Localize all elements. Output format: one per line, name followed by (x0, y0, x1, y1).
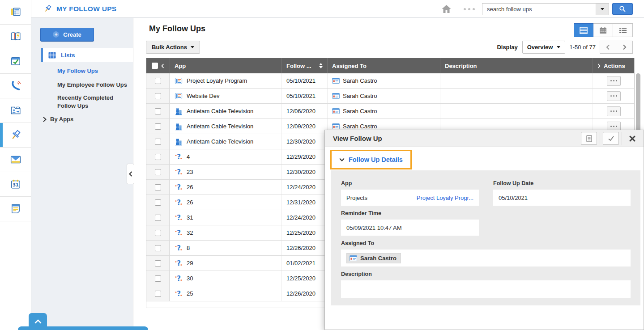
svg-text:?: ? (177, 199, 181, 207)
home-icon[interactable] (441, 4, 452, 14)
rail-item-call-logs[interactable] (0, 74, 31, 98)
previous-page-button[interactable] (600, 41, 616, 54)
display-mode-dropdown[interactable]: Overview (522, 41, 566, 54)
follow-up-date-value: 05/10/2021 (499, 195, 528, 201)
sidebar-item-my-follow-ups[interactable]: My Follow Ups (57, 67, 98, 75)
follow-up-details-toggle[interactable]: Follow Up Details (330, 150, 412, 169)
panel-notes-button[interactable] (581, 132, 597, 145)
table-row[interactable]: Website Dev 05/10/2021 Sarah Castro (146, 89, 634, 104)
search-scope-dropdown[interactable] (596, 3, 609, 15)
row-app-label[interactable]: Antietam Cable Television (187, 108, 253, 114)
document-icon (586, 135, 592, 142)
row-checkbox[interactable] (155, 275, 161, 282)
rail-item-reading-book[interactable] (0, 25, 31, 49)
table-row[interactable]: Project Loyaly Program 05/10/2021 Sarah … (146, 73, 634, 89)
column-header-actions[interactable]: Actions (593, 58, 634, 73)
row-checkbox[interactable] (155, 108, 161, 114)
rail-item-calendar[interactable]: 31 (0, 172, 31, 197)
panel-close-button[interactable] (627, 132, 638, 145)
row-checkbox[interactable] (155, 291, 161, 297)
follow-up-date-field[interactable]: 05/10/2021 (493, 190, 631, 206)
rail-item-emails[interactable] (0, 148, 31, 172)
row-app-label[interactable]: Antietam Cable Television (187, 123, 253, 130)
row-checkbox[interactable] (155, 78, 161, 84)
app-record-link[interactable]: Project Loyaly Progr... (417, 195, 473, 201)
row-checkbox[interactable] (155, 245, 161, 251)
row-app-label[interactable]: Antietam Cable Television (187, 138, 253, 145)
column-header-app[interactable]: App (170, 58, 281, 73)
row-actions-button[interactable] (607, 106, 621, 116)
svg-text:?: ? (177, 183, 181, 191)
scroll-to-top-button[interactable] (29, 313, 47, 330)
next-page-button[interactable] (616, 41, 633, 54)
column-header-follow-date[interactable]: Follow ... (281, 58, 327, 73)
row-checkbox[interactable] (155, 93, 161, 99)
email-icon (10, 154, 21, 165)
rail-item-follow-ups[interactable] (0, 123, 31, 148)
contact-card-icon (350, 255, 357, 261)
row-app-label[interactable]: Project Loyaly Program (187, 77, 247, 84)
reminder-time-value: 05/09/2021 10:47 AM (346, 224, 402, 231)
row-checkbox[interactable] (155, 199, 161, 206)
row-app-label[interactable]: Website Dev (187, 93, 219, 99)
row-date: 12/25/2020 (286, 275, 316, 282)
contact-card-icon (332, 123, 340, 129)
row-checkbox[interactable] (155, 260, 161, 267)
more-options-icon[interactable] (464, 8, 475, 10)
pushpin-icon (43, 4, 52, 13)
list-view-button[interactable] (613, 23, 633, 37)
row-actions-button[interactable] (607, 76, 621, 86)
description-field[interactable] (341, 280, 631, 298)
row-assigned-name: Sarah Castro (343, 108, 377, 114)
row-date: 12/24/2020 (286, 214, 316, 221)
sidebar-item-lists[interactable]: Lists (41, 48, 133, 62)
row-checkbox[interactable] (155, 230, 161, 236)
sidebar-collapse-handle[interactable] (127, 164, 134, 184)
assigned-chip[interactable]: Sarah Castro (346, 253, 401, 263)
row-app-label[interactable]: 4 (187, 153, 190, 160)
rail-item-tasks[interactable] (0, 49, 31, 74)
row-app-label[interactable]: 31 (187, 214, 193, 221)
table-view-button[interactable] (574, 23, 593, 37)
sidebar-item-recently-completed[interactable]: Recently Completed Follow Ups (57, 94, 118, 110)
row-checkbox[interactable] (155, 139, 161, 145)
panel-complete-button[interactable] (603, 132, 619, 145)
row-actions-button[interactable] (607, 91, 621, 101)
bulk-actions-button[interactable]: Bulk Actions (146, 41, 200, 54)
row-checkbox[interactable] (155, 169, 161, 175)
column-header-description[interactable]: Description (440, 58, 593, 73)
rail-item-contacts[interactable] (0, 98, 31, 123)
table-row[interactable]: Antietam Cable Television 12/06/2020 Sar… (146, 104, 634, 119)
rail-item-news-feed[interactable] (0, 0, 31, 25)
row-app-label[interactable]: 29 (187, 260, 193, 267)
create-button[interactable]: + Create (40, 28, 94, 42)
svg-text:?: ? (177, 214, 181, 222)
column-header-assigned-to[interactable]: Assigned To (327, 58, 440, 73)
row-checkbox[interactable] (155, 123, 161, 130)
rail-item-notes[interactable] (0, 197, 31, 221)
row-app-label[interactable]: 8 (187, 245, 190, 251)
select-all-checkbox[interactable] (152, 63, 158, 69)
table-view-icon (580, 27, 588, 34)
row-checkbox[interactable] (155, 184, 161, 190)
row-app-label[interactable]: 32 (187, 229, 193, 236)
reminder-time-field[interactable]: 05/09/2021 10:47 AM (341, 220, 479, 236)
row-app-label[interactable]: 30 (187, 275, 193, 282)
row-app-label[interactable]: 25 (187, 290, 193, 297)
row-app-label[interactable]: 26 (187, 199, 193, 206)
row-checkbox[interactable] (155, 154, 161, 160)
row-checkbox[interactable] (155, 215, 161, 221)
search-button[interactable] (612, 3, 633, 15)
panel-fields-section: App Projects Project Loyaly Progr... Fol… (331, 170, 640, 305)
row-date: 12/25/2020 (286, 229, 316, 236)
calendar-view-button[interactable] (593, 23, 613, 37)
sort-icon[interactable] (319, 63, 323, 68)
sidebar-item-by-apps[interactable]: By Apps (43, 116, 73, 123)
row-app-label[interactable]: 23 (187, 169, 193, 175)
chevron-left-icon[interactable] (161, 63, 164, 68)
question-mark-icon: ? (175, 168, 183, 176)
sidebar-item-my-employee-follow-ups[interactable]: My Employee Follow Ups (57, 81, 127, 89)
question-mark-icon: ? (175, 153, 183, 161)
search-input[interactable] (482, 3, 596, 15)
row-app-label[interactable]: 26 (187, 184, 193, 190)
